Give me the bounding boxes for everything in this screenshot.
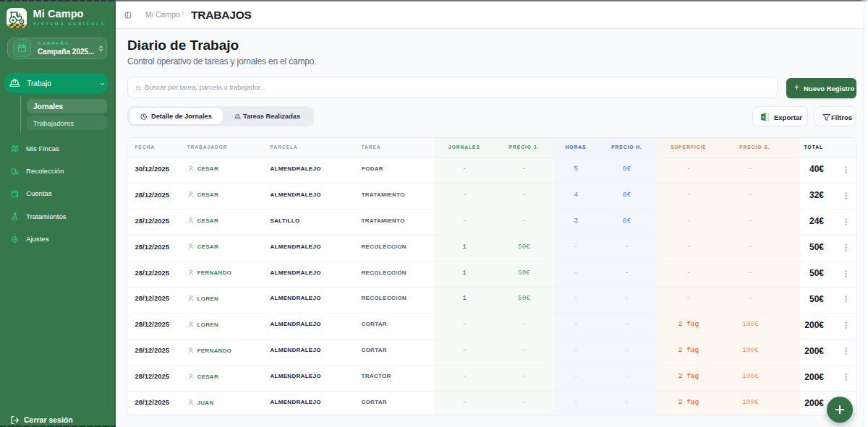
svg-text:x: x	[762, 116, 765, 119]
